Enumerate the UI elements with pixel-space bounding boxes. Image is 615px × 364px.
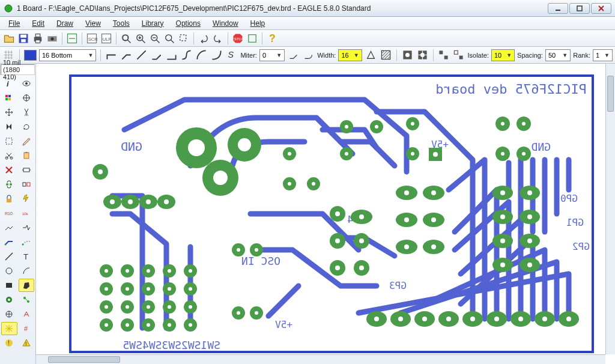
ripup-tool[interactable] (19, 235, 35, 249)
pinswap-tool[interactable] (1, 178, 17, 191)
scrollbar-thumb[interactable] (607, 76, 614, 112)
signal-tool[interactable] (19, 293, 35, 306)
mirror-tool[interactable] (1, 120, 17, 133)
stop-button[interactable]: STOP (231, 32, 244, 45)
wirebend-5[interactable] (180, 49, 193, 62)
isolate-dropdown[interactable]: 10▼ (491, 49, 515, 61)
wirebend-7[interactable] (210, 49, 223, 62)
wirebend-6[interactable] (195, 49, 208, 62)
spacing-dropdown[interactable]: 50▼ (545, 49, 571, 61)
cut-tool[interactable] (1, 149, 17, 162)
mark-tool[interactable] (19, 91, 35, 105)
redo-button[interactable] (211, 32, 225, 45)
svg-point-104 (126, 305, 129, 309)
hole-tool[interactable] (1, 308, 17, 321)
cam-button[interactable] (46, 32, 59, 45)
wirebend-2[interactable] (135, 49, 148, 62)
polygon-tool[interactable] (19, 279, 35, 292)
move-tool[interactable] (1, 106, 17, 119)
info-tool[interactable]: i (1, 77, 17, 90)
vertical-scrollbar[interactable] (605, 64, 615, 354)
orphans-off-button[interactable] (452, 49, 465, 62)
maximize-button[interactable] (569, 3, 590, 14)
arc-tool[interactable] (19, 264, 35, 278)
rotate-tool[interactable] (19, 120, 35, 133)
schematic-button[interactable] (65, 32, 79, 45)
rect-tool[interactable] (1, 279, 17, 292)
erc-tool[interactable]: ! (1, 336, 17, 350)
thermals-off-button[interactable] (416, 49, 429, 62)
attribute-tool[interactable] (19, 308, 35, 321)
layer-dropdown[interactable]: 16 Bottom ▼ (39, 49, 97, 61)
menu-view[interactable]: View (80, 18, 106, 29)
miter-shape-a[interactable] (287, 49, 300, 62)
auto-tool[interactable]: # (19, 322, 35, 335)
replace-tool[interactable] (19, 178, 35, 191)
svg-point-98 (105, 323, 108, 327)
circle-tool[interactable] (1, 264, 17, 278)
svg-point-170 (431, 217, 436, 222)
lock-tool[interactable] (1, 192, 17, 205)
wirebend-3[interactable] (150, 49, 163, 62)
errors-tool[interactable]: ! (19, 336, 35, 350)
ulp-button[interactable]: ULP (100, 32, 113, 45)
zoom-out-button[interactable] (148, 32, 162, 45)
svg-point-140 (288, 152, 291, 156)
wirebend-0[interactable] (105, 49, 118, 62)
menu-file[interactable]: File (4, 18, 25, 29)
menu-help[interactable]: Help (246, 18, 270, 29)
poly-hatch-button[interactable] (380, 49, 392, 62)
show-tool[interactable] (19, 77, 35, 90)
poly-outline-button[interactable] (365, 49, 377, 62)
width-dropdown[interactable]: 16▼ (338, 49, 362, 61)
redraw-button[interactable] (163, 32, 176, 45)
menu-edit[interactable]: Edit (27, 18, 49, 29)
via-tool[interactable] (1, 293, 17, 306)
route-tool[interactable] (1, 235, 17, 249)
zoom-fit-button[interactable] (120, 32, 133, 45)
text-tool[interactable]: T (19, 250, 35, 263)
rank-dropdown[interactable]: 1▼ (593, 49, 613, 61)
menu-library[interactable]: Library (137, 18, 169, 29)
name-tool[interactable]: R10 (1, 207, 17, 220)
wirebend-4[interactable] (165, 49, 178, 62)
help-button[interactable]: ? (265, 32, 279, 45)
save-button[interactable] (17, 32, 30, 45)
minimize-button[interactable] (548, 3, 568, 14)
delete-tool[interactable] (1, 163, 17, 177)
wirebend-1[interactable] (120, 49, 133, 62)
paste-tool[interactable] (19, 149, 35, 162)
miter-shape-b[interactable] (302, 49, 315, 62)
display-tool[interactable] (1, 91, 17, 105)
wirebend-s[interactable]: S (225, 49, 238, 62)
svg-point-146 (345, 125, 348, 129)
menu-options[interactable]: Options (171, 18, 205, 29)
menu-window[interactable]: Window (208, 18, 243, 29)
print-button[interactable] (31, 32, 44, 45)
group-tool[interactable] (1, 135, 17, 148)
miter-dropdown[interactable]: 0▼ (259, 49, 285, 61)
zoom-in-button[interactable] (134, 32, 147, 45)
zoom-area-button[interactable] (177, 32, 190, 45)
scrollbar-thumb[interactable] (48, 356, 120, 363)
menu-draw[interactable]: Draw (52, 18, 78, 29)
split-tool[interactable] (1, 221, 17, 234)
horizontal-scrollbar[interactable] (36, 354, 605, 364)
undo-button[interactable] (197, 32, 210, 45)
board-canvas[interactable]: PIC12F675 dev board GND GND +5V +5V OSC … (36, 64, 615, 364)
open-button[interactable] (2, 32, 16, 45)
script-button[interactable]: SCR (85, 32, 98, 45)
ratsnest-tool[interactable] (1, 322, 17, 335)
smash-tool[interactable] (19, 192, 35, 205)
thermals-on-button[interactable] (401, 49, 414, 62)
menu-tools[interactable]: Tools (108, 18, 135, 29)
add-tool[interactable] (19, 163, 35, 177)
copy-tool[interactable] (19, 106, 35, 119)
optimize-tool[interactable] (19, 221, 35, 234)
value-tool[interactable]: 10k (19, 207, 35, 220)
change-tool[interactable] (19, 135, 35, 148)
wire-tool[interactable] (1, 250, 17, 263)
orphans-on-button[interactable] (437, 49, 450, 62)
go-button[interactable] (246, 32, 259, 45)
close-button[interactable] (591, 3, 611, 14)
